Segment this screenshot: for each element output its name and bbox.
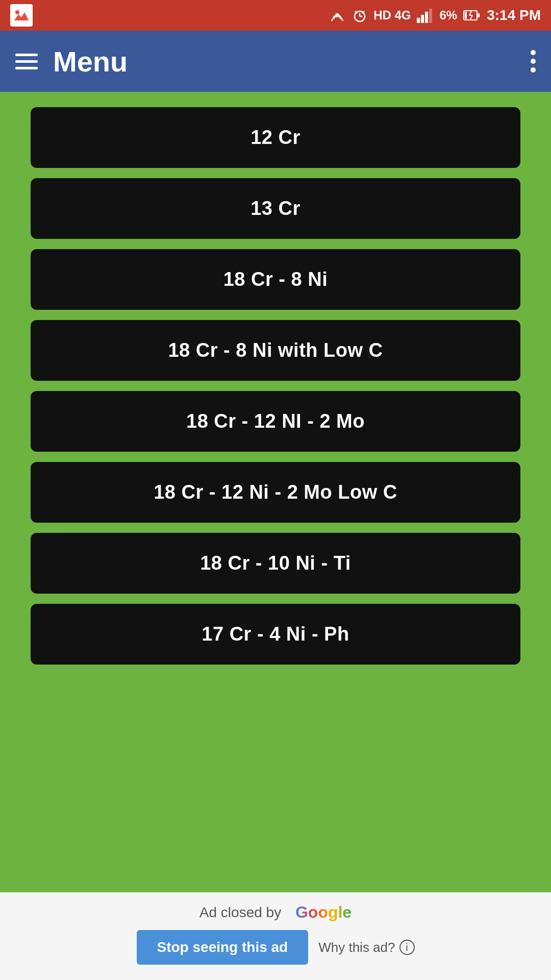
time-display: 3:14 PM [487,7,541,23]
menu-button-1[interactable]: 12 Cr [31,107,520,168]
menu-button-8[interactable]: 17 Cr - 4 Ni - Ph [31,604,520,665]
svg-rect-13 [477,13,480,17]
svg-line-17 [470,15,472,19]
status-icons: HD 4G [329,7,433,24]
ad-closed-text: Ad closed by Google [199,903,352,922]
info-icon: i [399,940,415,955]
hamburger-menu-button[interactable] [15,54,38,69]
app-icon [10,4,33,27]
google-brand: Google [295,903,352,922]
stop-seeing-ad-button[interactable]: Stop seeing this ad [137,930,309,965]
battery-percentage: 6% [439,8,457,22]
main-content: 12 Cr13 Cr18 Cr - 8 Ni18 Cr - 8 Ni with … [0,92,551,892]
menu-button-2[interactable]: 13 Cr [31,178,520,239]
svg-rect-14 [465,12,467,19]
menu-button-5[interactable]: 18 Cr - 12 NI - 2 Mo [31,391,520,452]
header-left: Menu [15,45,128,78]
why-this-ad-link[interactable]: Why this ad? i [318,940,414,955]
svg-rect-10 [425,12,428,23]
svg-line-15 [469,11,471,15]
status-bar: HD 4G 6% 3:14 PM [0,0,551,31]
ad-actions: Stop seeing this ad Why this ad? i [137,930,415,965]
svg-rect-11 [429,9,432,23]
app-header: Menu [0,31,551,92]
menu-button-6[interactable]: 18 Cr - 12 Ni - 2 Mo Low C [31,462,520,523]
svg-point-1 [15,10,19,14]
svg-rect-9 [421,15,424,23]
more-options-button[interactable] [531,50,536,72]
menu-button-4[interactable]: 18 Cr - 8 Ni with Low C [31,320,520,381]
page-title: Menu [53,45,128,78]
status-bar-right: HD 4G 6% 3:14 PM [329,7,541,24]
svg-rect-8 [417,18,420,23]
network-label: HD 4G [373,8,411,22]
svg-rect-0 [12,6,31,24]
menu-button-7[interactable]: 18 Cr - 10 Ni - Ti [31,533,520,594]
menu-button-3[interactable]: 18 Cr - 8 Ni [31,249,520,310]
status-bar-left [10,4,33,27]
ad-banner: Ad closed by Google Stop seeing this ad … [0,892,551,980]
